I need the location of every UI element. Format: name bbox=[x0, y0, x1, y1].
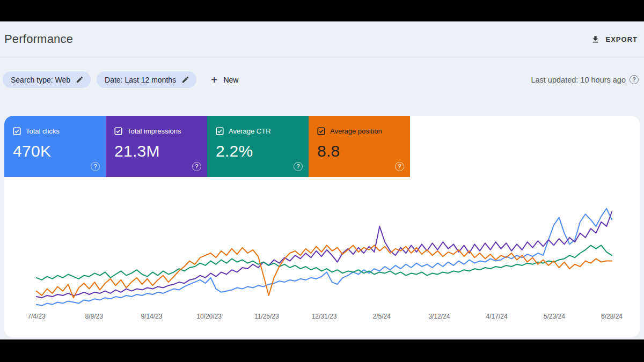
metric-card-total-clicks[interactable]: Total clicks 470K ? bbox=[4, 116, 106, 177]
performance-panel: Total clicks 470K ? Total impressions 21… bbox=[4, 116, 640, 337]
last-updated: Last updated: 10 hours ago ? bbox=[531, 75, 639, 84]
x-axis-label: 9/14/23 bbox=[141, 313, 162, 320]
checkbox-checked-icon[interactable] bbox=[114, 127, 122, 135]
new-filter-button[interactable]: + New bbox=[211, 74, 238, 85]
x-axis-label: 11/25/23 bbox=[254, 313, 279, 320]
page-title: Performance bbox=[4, 32, 73, 46]
x-axis-label: 8/9/23 bbox=[85, 313, 104, 320]
export-button[interactable]: EXPORT bbox=[591, 35, 638, 44]
help-icon[interactable]: ? bbox=[192, 162, 201, 171]
metric-card-average-ctr[interactable]: Average CTR 2.2% ? bbox=[207, 116, 309, 177]
metric-card-total-impressions[interactable]: Total impressions 21.3M ? bbox=[106, 116, 207, 177]
x-axis-label: 12/31/23 bbox=[312, 313, 337, 320]
metric-value: 470K bbox=[13, 142, 97, 160]
x-axis-label: 2/5/24 bbox=[373, 313, 391, 320]
plus-icon: + bbox=[211, 74, 217, 85]
new-filter-label: New bbox=[223, 76, 238, 84]
metric-label: Total impressions bbox=[127, 127, 181, 135]
export-label: EXPORT bbox=[606, 35, 638, 43]
x-axis-label: 7/4/23 bbox=[27, 313, 46, 320]
checkbox-checked-icon[interactable] bbox=[216, 127, 224, 135]
help-icon[interactable]: ? bbox=[395, 162, 404, 171]
metric-label: Average position bbox=[330, 127, 382, 135]
metric-label: Total clicks bbox=[26, 127, 60, 135]
x-axis-label: 3/12/24 bbox=[428, 313, 450, 320]
checkbox-checked-icon[interactable] bbox=[317, 127, 325, 135]
search-console-performance-screen: Performance EXPORT Search type: Web Date… bbox=[0, 21, 644, 339]
help-icon[interactable]: ? bbox=[91, 162, 100, 171]
date-range-chip-label: Date: Last 12 months bbox=[105, 76, 176, 84]
checkbox-checked-icon[interactable] bbox=[13, 127, 21, 135]
edit-pencil-icon bbox=[76, 76, 84, 84]
metric-label: Average CTR bbox=[229, 127, 271, 135]
date-range-chip[interactable]: Date: Last 12 months bbox=[97, 71, 196, 88]
last-updated-text: Last updated: 10 hours ago bbox=[531, 76, 626, 84]
metric-cards-row: Total clicks 470K ? Total impressions 21… bbox=[4, 116, 640, 177]
search-type-chip[interactable]: Search type: Web bbox=[3, 71, 91, 88]
x-axis-label: 10/20/23 bbox=[196, 313, 222, 320]
metric-card-average-position[interactable]: Average position 8.8 ? bbox=[309, 116, 410, 177]
help-icon[interactable]: ? bbox=[294, 162, 303, 171]
metric-value: 8.8 bbox=[317, 142, 401, 160]
performance-line-chart: 7/4/238/9/239/14/2310/20/2311/25/2312/31… bbox=[4, 177, 640, 337]
x-axis-label: 5/23/24 bbox=[544, 313, 565, 320]
help-icon[interactable]: ? bbox=[630, 75, 639, 84]
x-axis-label: 6/28/24 bbox=[601, 313, 623, 320]
page-header: Performance EXPORT bbox=[0, 21, 644, 57]
download-icon bbox=[591, 35, 600, 44]
metric-value: 21.3M bbox=[114, 142, 199, 160]
search-type-chip-label: Search type: Web bbox=[11, 76, 70, 84]
edit-pencil-icon bbox=[181, 76, 189, 84]
metric-value: 2.2% bbox=[216, 142, 300, 160]
x-axis-label: 4/17/24 bbox=[486, 313, 508, 320]
filter-row: Search type: Web Date: Last 12 months + … bbox=[0, 71, 644, 88]
